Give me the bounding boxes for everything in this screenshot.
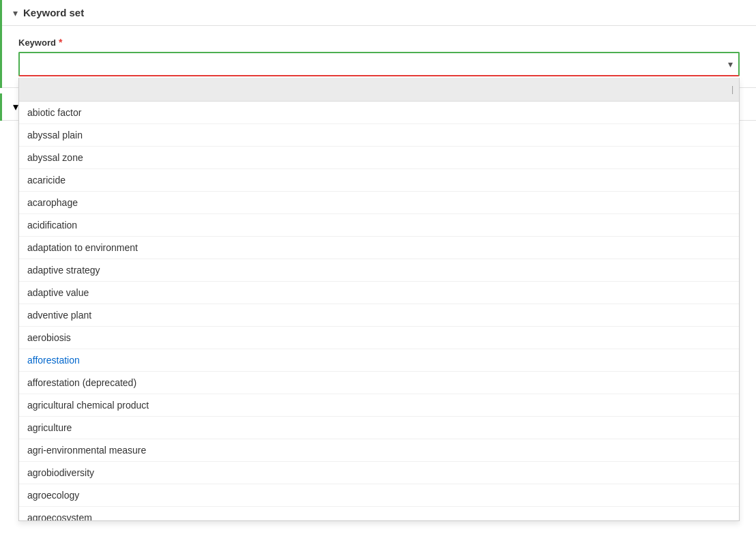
page-container: ▾ Keyword set Keyword * ▾ | [0,0,756,560]
dropdown-item[interactable]: abyssal plain [19,124,739,147]
dropdown-item[interactable]: agroecology [19,484,739,507]
keyword-set-section: ▾ Keyword set Keyword * ▾ | [0,0,756,88]
dropdown-item[interactable]: agriculture [19,417,739,439]
dropdown-search-input[interactable] [25,80,731,98]
keyword-set-title: Keyword set [23,7,84,18]
dropdown-item[interactable]: agri-environmental measure [19,439,739,462]
dropdown-item[interactable]: adaptive strategy [19,259,739,282]
dropdown-item[interactable]: acarophage [19,192,739,214]
dropdown-item[interactable]: agrobiodiversity [19,462,739,484]
keyword-required-marker: * [59,37,62,48]
dropdown-item[interactable]: agricultural chemical product [19,394,739,417]
keyword-dropdown-list: | abiotic factorabyssal plainabyssal zon… [18,78,740,521]
dropdown-item[interactable]: acidification [19,214,739,237]
dropdown-item[interactable]: afforestation (deprecated) [19,372,739,394]
dropdown-item[interactable]: adaptive value [19,282,739,304]
dropdown-item[interactable]: adventive plant [19,304,739,327]
keyword-label-text: Keyword [18,38,56,48]
dropdown-item[interactable]: agroecosystem [19,507,739,521]
keyword-select[interactable] [18,52,740,76]
dropdown-scroll-indicator: | [731,85,733,94]
dropdown-item[interactable]: afforestation [19,349,739,372]
dropdown-item[interactable]: adaptation to environment [19,237,739,259]
keyword-label: Keyword * [18,37,740,48]
keyword-set-body: Keyword * ▾ | abiotic factorabyssal plai… [2,26,756,88]
dropdown-search-row: | [19,78,739,102]
dropdown-items-container: abiotic factorabyssal plainabyssal zonea… [19,102,739,521]
second-section-chevron: ▾ [13,100,18,113]
keyword-set-header[interactable]: ▾ Keyword set [2,0,756,26]
keyword-select-wrapper: ▾ | abiotic factorabyssal plainabyssal z… [18,52,740,76]
dropdown-item[interactable]: abyssal zone [19,147,739,169]
dropdown-item[interactable]: aerobiosis [19,327,739,349]
keyword-set-chevron: ▾ [13,8,18,18]
dropdown-item[interactable]: abiotic factor [19,102,739,124]
dropdown-item[interactable]: acaricide [19,169,739,192]
